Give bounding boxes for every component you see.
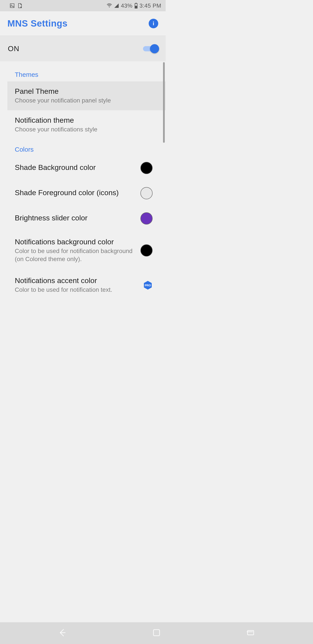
clock: 3:45 PM <box>140 2 161 9</box>
picture-icon <box>9 3 15 8</box>
info-icon: i <box>153 20 154 26</box>
app-title: MNS Settings <box>7 18 68 29</box>
svg-rect-3 <box>136 3 136 4</box>
section-header-themes: Themes <box>7 61 166 81</box>
pref-notification-theme[interactable]: Notification theme Choose your notificat… <box>7 110 166 139</box>
scrollbar[interactable] <box>163 62 165 143</box>
pref-title: Shade Background color <box>15 163 136 172</box>
status-bar: 43% 3:45 PM <box>0 0 166 11</box>
master-toggle-switch[interactable] <box>143 45 158 52</box>
pref-panel-theme[interactable]: Panel Theme Choose your notification pan… <box>7 81 166 110</box>
battery-icon <box>134 3 138 8</box>
pref-title: Panel Theme <box>15 87 153 96</box>
svg-text:PRO: PRO <box>145 284 151 287</box>
section-header-colors: Colors <box>7 139 166 156</box>
battery-percent: 43% <box>121 2 133 9</box>
master-toggle-label: ON <box>8 44 19 53</box>
pref-summary: Color to be used for notification text. <box>15 286 139 294</box>
switch-thumb <box>150 44 159 53</box>
pref-notif-accent-color[interactable]: Notifications accent color Color to be u… <box>7 271 166 300</box>
pref-title: Shade Foreground color (icons) <box>15 188 136 197</box>
pref-shade-bg-color[interactable]: Shade Background color <box>7 156 166 180</box>
status-left-icons <box>9 3 22 8</box>
pref-title: Notifications accent color <box>15 276 139 285</box>
document-x-icon <box>17 3 22 8</box>
pref-brightness-color[interactable]: Brightness slider color <box>7 207 166 230</box>
color-swatch[interactable] <box>140 162 153 174</box>
pref-notif-bg-color[interactable]: Notifications background color Color to … <box>7 232 166 269</box>
pref-title: Brightness slider color <box>15 214 136 222</box>
color-swatch[interactable] <box>140 187 153 199</box>
svg-point-1 <box>109 7 110 8</box>
color-swatch[interactable] <box>140 212 153 224</box>
signal-icon <box>114 3 119 8</box>
svg-point-0 <box>11 4 11 5</box>
svg-rect-4 <box>135 6 137 8</box>
master-toggle-row[interactable]: ON <box>0 36 166 61</box>
settings-list: Themes Panel Theme Choose your notificat… <box>0 61 166 319</box>
color-swatch[interactable] <box>140 244 153 256</box>
app-bar: MNS Settings i <box>0 11 166 36</box>
status-right: 43% 3:45 PM <box>106 2 161 9</box>
pro-badge-icon: PRO <box>143 280 153 290</box>
pref-shade-fg-color[interactable]: Shade Foreground color (icons) <box>7 182 166 205</box>
pref-summary: Choose your notifications style <box>15 125 153 134</box>
info-button[interactable]: i <box>149 19 158 28</box>
pref-title: Notifications background color <box>15 238 136 246</box>
pref-title: Notification theme <box>15 116 153 124</box>
pref-summary: Choose your notification panel style <box>15 96 153 105</box>
wifi-icon <box>106 3 112 8</box>
pref-summary: Color to be used for notification backgr… <box>15 247 136 264</box>
